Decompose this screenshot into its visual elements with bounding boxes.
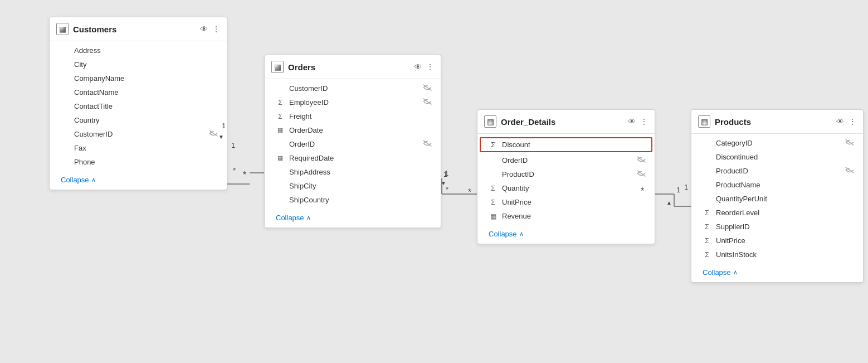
products-eye-icon[interactable]: 👁 (836, 117, 844, 126)
field-sigma-reorderlevel: Σ (703, 209, 711, 217)
orders-field-freight[interactable]: Σ Freight (265, 109, 441, 123)
order-details-field-productid[interactable]: ProductID (477, 167, 655, 181)
products-field-supplierid[interactable]: Σ SupplierID (691, 220, 863, 234)
order-details-eye-icon[interactable]: 👁 (628, 117, 636, 126)
field-grid-revenue: ▦ (489, 212, 498, 220)
field-sigma-p-unitprice: Σ (703, 237, 711, 245)
orders-field-orderid[interactable]: OrderID (265, 137, 441, 151)
order-details-field-orderid[interactable]: OrderID (477, 153, 655, 167)
field-sigma-supplierid: Σ (703, 223, 711, 231)
order-details-field-unitprice[interactable]: Σ UnitPrice (477, 195, 655, 209)
products-field-productid[interactable]: ProductID (691, 164, 863, 178)
orders-table: ▦ Orders 👁 ⋮ CustomerID Σ EmployeeID (264, 55, 441, 228)
customers-table: ▦ Customers 👁 ⋮ Address City CompanyName (49, 17, 227, 190)
products-field-quantityperunit[interactable]: QuantityPerUnit (691, 192, 863, 206)
order-details-icon: ▦ (484, 115, 496, 128)
orders-body: CustomerID Σ EmployeeID Σ Freight ▦ Orde… (265, 79, 441, 209)
od-orderid-eye[interactable] (637, 156, 646, 164)
products-header: ▦ Products 👁 ⋮ (691, 110, 863, 134)
field-cal-orderdate: ▦ (276, 127, 285, 134)
orders-field-shipcountry[interactable]: ShipCountry (265, 193, 441, 207)
products-field-unitsinstock[interactable]: Σ UnitsInStock (691, 248, 863, 262)
rel-details-products-1: 1 (684, 183, 688, 191)
order-details-title: Order_Details (501, 117, 623, 127)
orders-field-shipcity[interactable]: ShipCity (265, 179, 441, 193)
rel-orders-details-1: 1 (443, 170, 447, 178)
customers-field-country[interactable]: Country (50, 113, 227, 127)
products-field-discontinued[interactable]: Discontinued (691, 150, 863, 164)
products-field-unitprice[interactable]: Σ UnitPrice (691, 234, 863, 248)
orders-table-icon: ▦ (271, 61, 284, 73)
products-title: Products (715, 117, 832, 127)
od-productid-eye[interactable] (637, 170, 646, 178)
order-details-more-icon[interactable]: ⋮ (640, 117, 648, 126)
customers-field-city[interactable]: City (50, 57, 227, 71)
customers-field-address[interactable]: Address (50, 43, 227, 57)
products-table: ▦ Products 👁 ⋮ CategoryID Discontinued (691, 109, 864, 283)
customers-field-contactname[interactable]: ContactName (50, 85, 227, 99)
customers-field-companyname[interactable]: CompanyName (50, 71, 227, 85)
rel-orders-details-arrow: ▼ (441, 180, 446, 186)
customers-field-contacttitle[interactable]: ContactTitle (50, 99, 227, 113)
svg-text:1: 1 (676, 186, 680, 194)
products-more-icon[interactable]: ⋮ (849, 117, 856, 126)
orders-field-shipaddress[interactable]: ShipAddress (265, 165, 441, 179)
customers-table-icon: ▦ (56, 23, 69, 35)
orders-field-orderdate[interactable]: ▦ OrderDate (265, 123, 441, 137)
orders-orderid-eye[interactable] (423, 140, 432, 148)
field-sigma-discount: Σ (489, 141, 498, 149)
customers-eye-icon[interactable]: 👁 (200, 25, 208, 33)
orders-header: ▦ Orders 👁 ⋮ (265, 55, 441, 79)
order-details-body: Σ Discount OrderID ProductID Σ Quantity (477, 134, 655, 225)
customers-field-phone[interactable]: Phone (50, 155, 227, 169)
orders-chevron-up: ∧ (306, 214, 311, 221)
orders-eye-icon[interactable]: 👁 (414, 62, 422, 71)
field-sigma-quantity: Σ (489, 185, 498, 192)
products-field-reorderlevel[interactable]: Σ ReorderLevel (691, 206, 863, 220)
order-details-field-revenue[interactable]: ▦ Revenue (477, 209, 655, 223)
customers-customerid-eye[interactable] (209, 130, 218, 138)
field-sigma-freight: Σ (276, 113, 285, 120)
products-collapse[interactable]: Collapse ∧ (691, 264, 863, 282)
orders-field-requireddate[interactable]: ▦ RequiredDate (265, 151, 441, 165)
customers-chevron-up: ∧ (91, 176, 96, 183)
rel-customers-orders-many: * (243, 170, 246, 180)
rel-details-products-up: ▲ (666, 200, 672, 206)
svg-text:*: * (446, 185, 448, 193)
customers-field-customerid[interactable]: CustomerID (50, 127, 227, 141)
products-table-icon: ▦ (698, 115, 710, 128)
customers-collapse[interactable]: Collapse ∧ (50, 171, 227, 190)
customers-more-icon[interactable]: ⋮ (212, 25, 220, 33)
svg-text:*: * (233, 166, 236, 175)
customers-field-fax[interactable]: Fax (50, 141, 227, 155)
customers-body: Address City CompanyName ContactName Con… (50, 41, 227, 171)
products-body: CategoryID Discontinued ProductID Produc… (691, 134, 863, 264)
field-sigma-unitsinstock: Σ (703, 251, 711, 259)
orders-field-employeeid[interactable]: Σ EmployeeID (265, 95, 441, 109)
products-productid-eye[interactable] (845, 167, 854, 175)
order-details-chevron-up: ∧ (519, 230, 524, 238)
products-field-categoryid[interactable]: CategoryID (691, 136, 863, 150)
orders-employeeid-eye[interactable] (423, 98, 432, 107)
svg-text:1: 1 (231, 141, 235, 149)
customers-title: Customers (73, 25, 196, 34)
order-details-collapse[interactable]: Collapse ∧ (477, 225, 655, 244)
orders-customerid-eye[interactable] (423, 84, 432, 93)
orders-title: Orders (288, 62, 409, 72)
customers-header: ▦ Customers 👁 ⋮ (50, 17, 227, 41)
orders-more-icon[interactable]: ⋮ (426, 62, 434, 71)
order-details-field-discount[interactable]: Σ Discount (480, 137, 652, 152)
products-categoryid-eye[interactable] (845, 139, 854, 147)
rel-orders-details-many: * (468, 187, 471, 197)
field-cal-requireddate: ▦ (276, 154, 285, 162)
products-field-productname[interactable]: ProductName (691, 178, 863, 192)
orders-field-customerid[interactable]: CustomerID (265, 81, 441, 95)
order-details-field-quantity[interactable]: Σ Quantity (477, 181, 655, 195)
order-details-header: ▦ Order_Details 👁 ⋮ (477, 110, 655, 134)
field-sigma-employeeid: Σ (276, 99, 285, 107)
products-chevron-up: ∧ (733, 269, 738, 276)
field-sigma-unitprice: Σ (489, 199, 498, 206)
rel-customers-orders-1: 1 (222, 122, 226, 130)
orders-collapse[interactable]: Collapse ∧ (265, 209, 441, 228)
rel-details-products-many: * (641, 186, 644, 196)
